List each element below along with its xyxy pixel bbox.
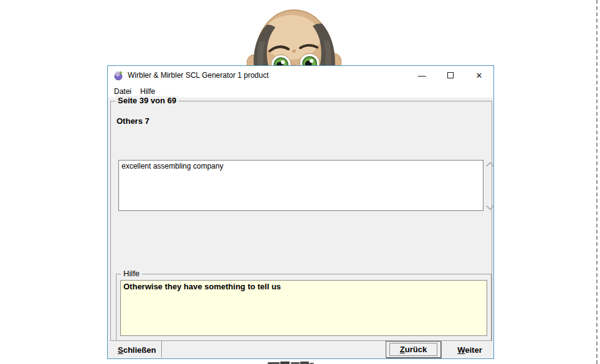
answer-textarea[interactable]: excellent assembling company <box>118 160 483 211</box>
page-groupbox: Seite 39 von 69 Others 7 excellent assem… <box>110 101 492 341</box>
chevron-up-icon[interactable] <box>486 162 494 170</box>
back-button[interactable]: Zurück <box>386 341 441 358</box>
help-text-panel: Otherwise they have something to tell us <box>120 280 487 336</box>
window-controls: — ✕ <box>407 66 493 85</box>
next-button-accel: W <box>457 345 465 355</box>
window-title: Wirbler & Mirbler SCL Generator 1 produc… <box>128 71 269 80</box>
back-button-rest: urück <box>405 345 427 354</box>
chevron-down-icon[interactable] <box>486 202 494 210</box>
footer-separator <box>161 341 163 358</box>
desktop: Wirbler & Mirbler SCL Generator 1 produc… <box>0 0 600 364</box>
menu-hilfe[interactable]: Hilfe <box>136 86 160 97</box>
app-window: Wirbler & Mirbler SCL Generator 1 produc… <box>107 65 494 359</box>
footer-bar: Schließen Zurück Weiter <box>108 340 493 358</box>
client-area: Seite 39 von 69 Others 7 excellent assem… <box>108 98 493 358</box>
question-label: Others 7 <box>117 116 150 126</box>
minimize-button[interactable]: — <box>407 66 436 85</box>
gray-shoes-icon <box>265 362 314 364</box>
close-icon: ✕ <box>476 71 483 80</box>
maximize-icon <box>447 72 454 78</box>
page-groupbox-label: Seite 39 von 69 <box>115 96 179 105</box>
help-groupbox-label: Hilfe <box>121 269 142 278</box>
minimize-icon: — <box>418 71 426 80</box>
close-button-rest: chließen <box>123 345 156 355</box>
next-button[interactable]: Weiter <box>448 342 492 358</box>
menu-datei[interactable]: Datei <box>110 86 136 97</box>
bald-man-head-icon <box>247 5 341 65</box>
peeking-cartoon-head <box>247 5 341 65</box>
close-button[interactable]: ✕ <box>465 66 493 85</box>
app-icon <box>113 70 123 80</box>
titlebar[interactable]: Wirbler & Mirbler SCL Generator 1 produc… <box>108 66 493 85</box>
next-button-rest: eiter <box>465 345 482 355</box>
close-button-accel: S <box>118 345 123 355</box>
screen-right-dashed-line <box>596 0 598 364</box>
back-button-accel: Z <box>400 345 405 354</box>
help-groupbox: Hilfe Otherwise they have something to t… <box>116 274 492 341</box>
cartoon-feet-shapes <box>265 358 314 364</box>
close-dialog-button[interactable]: Schließen <box>112 342 162 358</box>
maximize-button[interactable] <box>436 66 465 85</box>
